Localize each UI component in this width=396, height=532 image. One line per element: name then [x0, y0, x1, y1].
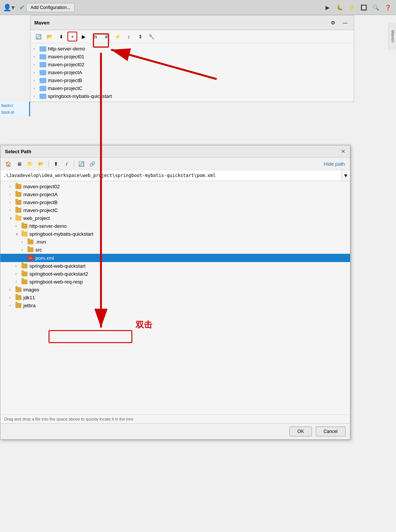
tree-arrow: ›	[34, 70, 40, 75]
pom-xml-icon	[28, 255, 34, 261]
toggle-btn[interactable]: #	[101, 32, 111, 41]
run-button[interactable]: ▶	[322, 2, 333, 13]
tree-item-jdk11[interactable]: › jdk11	[0, 294, 350, 302]
maven-tree-item[interactable]: › springboot-mybatis-quickstart	[31, 92, 354, 100]
dialog-footer-hint: Drag and drop a file into the space abov…	[0, 415, 350, 423]
tree-item-label: springboot-web-quickstart2	[29, 271, 88, 277]
tree-item-label: springboot-web-req-resp	[29, 279, 83, 285]
maven-project-name: maven-projectA	[48, 70, 82, 75]
download-button[interactable]: ⬇	[56, 32, 66, 41]
add-maven-button[interactable]: +	[67, 32, 77, 41]
folder-icon	[40, 54, 46, 59]
debug-button[interactable]: 🐛	[334, 2, 345, 13]
maven-icon-btn[interactable]: m	[90, 32, 100, 41]
maven-tree: › http-server-demo › maven-project01 › m…	[31, 43, 354, 102]
expand-arrow: ∨	[9, 216, 15, 220]
tree-item-springboot-mybatis[interactable]: ∨ springboot-mybatis-quickstart	[0, 230, 350, 238]
maven-tree-item[interactable]: › maven-project01	[31, 53, 354, 61]
dialog-close-button[interactable]: ✕	[341, 148, 346, 154]
tree-item-jetbra[interactable]: › jetbra	[0, 302, 350, 309]
tree-item-label: maven-projectA	[23, 192, 58, 197]
tree-arrow: ›	[34, 62, 40, 67]
maven-panel: Maven ⚙ — 🔄 📂 ⬇ + ▶ m # ⚡ ↕ ⇕ 🔧 › http-s…	[30, 15, 354, 102]
tree-item-maven-projectC[interactable]: › maven-projectC	[0, 206, 350, 214]
folder-open-button[interactable]: 📁	[25, 159, 35, 168]
tree-arrow: ›	[34, 78, 40, 82]
new-folder-button[interactable]: 📂	[36, 159, 46, 168]
folder-icon	[40, 94, 46, 99]
tree-item-mvn[interactable]: › .mvn	[0, 238, 350, 246]
maven-project-name: maven-project02	[48, 62, 84, 67]
tree-item-label: web_project	[23, 215, 50, 221]
tree-item-label: maven-projectB	[23, 200, 58, 205]
tree-item-web-project[interactable]: ∨ web_project	[0, 214, 350, 222]
tree-item-maven-project02[interactable]: › maven-project02	[0, 183, 350, 191]
lightning-btn[interactable]: ⚡	[113, 32, 122, 41]
tree-item-label: jdk11	[23, 295, 35, 300]
ok-button[interactable]: OK	[289, 427, 312, 436]
folder-icon	[21, 224, 28, 229]
path-dropdown-button[interactable]: ▼	[341, 170, 350, 181]
maven-tree-item[interactable]: › maven-projectA	[31, 69, 354, 76]
settings-icon[interactable]: ⚙	[328, 18, 338, 27]
maven-header-icons: ⚙ —	[328, 18, 350, 27]
tree-item-label: .mvn	[35, 239, 46, 245]
tree-item-pom-xml[interactable]: pom.xml	[0, 254, 350, 262]
maven-toolbar: 🔄 📂 ⬇ + ▶ m # ⚡ ↕ ⇕ 🔧	[31, 30, 354, 43]
folder-icon	[40, 86, 46, 91]
collapse-arrow: ›	[9, 200, 15, 204]
tree-item-maven-projectA[interactable]: › maven-projectA	[0, 191, 350, 198]
collapse-arrow: ›	[9, 288, 15, 292]
tree-item-src[interactable]: › src	[0, 246, 350, 254]
maven-project-name: maven-projectC	[48, 85, 83, 91]
hide-path-button[interactable]: Hide path	[321, 160, 347, 168]
tree-item-springboot-web-quickstart2[interactable]: › springboot-web-quickstart2	[0, 270, 350, 278]
maven-tree-item[interactable]: › maven-projectB	[31, 76, 354, 84]
collapse-arrow: ›	[15, 224, 21, 228]
folder-icon	[21, 271, 28, 276]
dialog-titlebar: Select Path ✕	[0, 145, 350, 158]
profile-button[interactable]: ⚡	[346, 2, 357, 13]
path-input[interactable]	[0, 171, 341, 180]
add-configuration-button[interactable]: Add Configuration...	[26, 3, 75, 12]
tree-item-maven-projectB[interactable]: › maven-projectB	[0, 198, 350, 206]
folder-icon	[40, 62, 46, 67]
tree-item-springboot-web-req-resp[interactable]: › springboot-web-req-resp	[0, 278, 350, 286]
tree-item-springboot-web-quickstart[interactable]: › springboot-web-quickstart	[0, 262, 350, 270]
collapse-btn[interactable]: ⇕	[135, 32, 145, 41]
maven-side-tab[interactable]: Maven	[388, 23, 396, 50]
tree-item-http-server-demo[interactable]: › http-server-demo	[0, 222, 350, 230]
tree-item-images[interactable]: › images	[0, 286, 350, 294]
dialog-title: Select Path	[5, 149, 31, 154]
maven-tree-item[interactable]: › http-server-demo	[31, 45, 354, 53]
wrench-btn[interactable]: 🔧	[147, 32, 156, 41]
tree-arrow: ›	[34, 94, 40, 98]
dialog-toolbar: 🏠 🖥 📁 📂 ⬆ / 🔄 🔗 Hide path	[0, 158, 350, 170]
maven-tree-item[interactable]: › maven-project02	[31, 61, 354, 69]
coverage-button[interactable]: 🔲	[358, 2, 369, 13]
desktop-button[interactable]: 🖥	[14, 159, 24, 168]
search-button[interactable]: 🔍	[370, 2, 381, 13]
folder-icon	[21, 279, 28, 284]
up-button[interactable]: ⬆	[51, 159, 61, 168]
tree-arrow: ›	[34, 47, 40, 51]
check-icon: ✔	[19, 3, 25, 12]
link-button[interactable]: 🔗	[87, 159, 97, 168]
maven-tree-item[interactable]: › maven-projectC	[31, 84, 354, 92]
refresh-button[interactable]: 🔄	[34, 32, 43, 41]
maven-project-name: springboot-mybatis-quickstart	[48, 93, 112, 99]
collapse-arrow: ›	[15, 264, 21, 268]
refresh-dialog-button[interactable]: 🔄	[76, 159, 86, 168]
help-button[interactable]: ❓	[382, 2, 393, 13]
folder-icon	[28, 247, 34, 252]
minimize-icon[interactable]: —	[340, 18, 350, 27]
home-button[interactable]: 🏠	[3, 159, 13, 168]
folder-icon	[28, 239, 34, 244]
expand-btn[interactable]: ↕	[124, 32, 134, 41]
run-maven-button[interactable]: ▶	[79, 32, 89, 41]
open-config-button[interactable]: 📂	[45, 32, 55, 41]
forward-slash-button[interactable]: /	[62, 159, 72, 168]
maven-project-name: maven-projectB	[48, 78, 82, 83]
cancel-button[interactable]: Cancel	[316, 427, 346, 436]
maven-panel-title: Maven	[34, 20, 49, 26]
